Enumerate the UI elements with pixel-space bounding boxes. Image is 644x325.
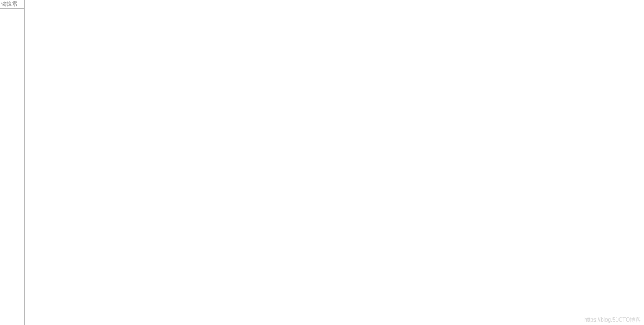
watermark-text: https://blog.51CTO博客 [584, 316, 641, 324]
side-strip-hint: 键搜索 [0, 0, 24, 9]
side-strip: 键搜索 [0, 0, 25, 325]
